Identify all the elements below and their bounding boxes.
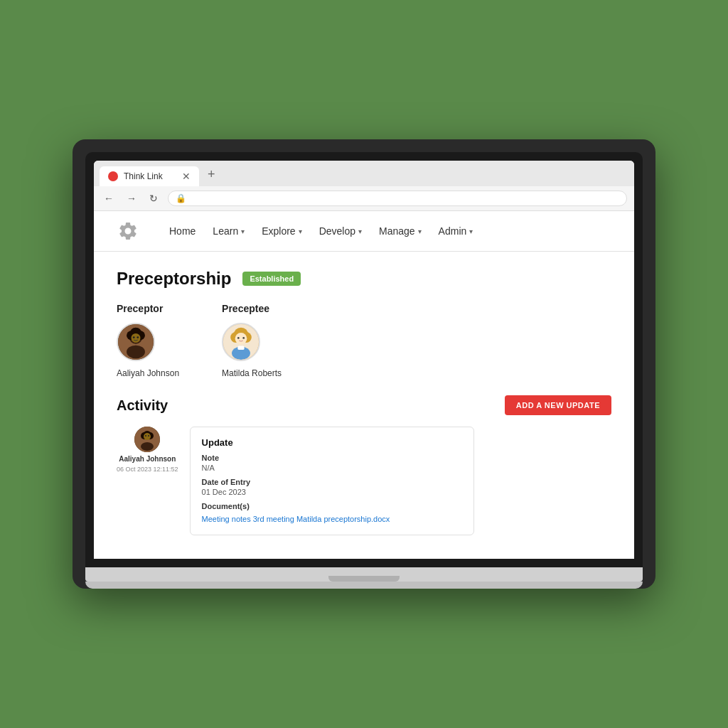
svg-point-7 [132, 333, 141, 343]
preceptee-avatar-art [223, 323, 259, 361]
svg-point-14 [235, 333, 247, 345]
gear-icon [117, 220, 139, 242]
svg-rect-18 [237, 346, 244, 350]
new-tab-button[interactable]: + [202, 167, 221, 186]
svg-point-16 [242, 337, 245, 339]
svg-point-23 [144, 433, 151, 440]
app-navbar: Home Learn ▾ Explore ▾ Develop ▾ [94, 211, 634, 252]
date-value: 01 Dec 2023 [202, 488, 462, 496]
note-label: Note [202, 454, 462, 462]
nav-link-home[interactable]: Home [169, 225, 196, 237]
activity-card: Update Note N/A Date of Entry 01 Dec 202… [190, 427, 474, 535]
preceptee-avatar [222, 323, 260, 361]
address-input[interactable] [168, 191, 627, 206]
nav-link-learn[interactable]: Learn ▾ [213, 225, 245, 237]
activity-sidebar: Aaliyah Johnson 06 Oct 2023 12:11:52 [117, 427, 178, 535]
activity-avatar-art [134, 427, 160, 452]
page-title: Preceptorship [117, 269, 231, 289]
svg-point-26 [141, 442, 154, 451]
nav-link-explore[interactable]: Explore ▾ [262, 225, 301, 237]
preceptee-name: Matilda Roberts [222, 368, 282, 378]
screen-bezel: Think Link ✕ + ← → ↻ [85, 152, 643, 567]
svg-point-24 [145, 435, 146, 437]
activity-title: Activity [117, 397, 168, 414]
status-badge: Established [242, 272, 301, 286]
svg-point-8 [133, 336, 135, 338]
back-button[interactable]: ← [101, 191, 117, 205]
laptop-frame: Think Link ✕ + ← → ↻ [73, 139, 655, 589]
activity-header: Activity ADD A NEW UPDATE [117, 395, 611, 415]
date-label: Date of Entry [202, 478, 462, 486]
main-content: Preceptorship Established Preceptor [94, 252, 634, 552]
nav-links: Home Learn ▾ Explore ▾ Develop ▾ [169, 225, 473, 237]
develop-chevron: ▾ [358, 228, 362, 235]
preceptor-avatar [117, 323, 155, 361]
laptop-bottom [85, 582, 643, 589]
nav-link-develop[interactable]: Develop ▾ [319, 225, 362, 237]
admin-chevron: ▾ [469, 228, 473, 235]
preceptor-label: Preceptor [117, 303, 179, 314]
documents-label: Document(s) [202, 502, 462, 510]
activity-user-avatar [134, 427, 160, 452]
preceptee-label: Preceptee [222, 303, 282, 314]
persons-section: Preceptor [117, 303, 611, 378]
activity-timestamp: 06 Oct 2023 12:11:52 [117, 466, 178, 473]
laptop-base [85, 567, 643, 582]
preceptor-avatar-art [118, 323, 154, 361]
svg-point-2 [127, 346, 145, 359]
tab-favicon [108, 171, 118, 181]
preceptee-group: Preceptee [222, 303, 282, 378]
preceptor-group: Preceptor [117, 303, 179, 378]
app-logo [115, 218, 141, 244]
note-value: N/A [202, 464, 462, 472]
svg-point-25 [148, 435, 149, 437]
svg-point-9 [136, 336, 139, 338]
browser-window: Think Link ✕ + ← → ↻ [94, 161, 634, 559]
browser-tabs: Think Link ✕ + [94, 161, 634, 186]
nav-link-admin[interactable]: Admin ▾ [439, 225, 473, 237]
nav-link-manage[interactable]: Manage ▾ [379, 225, 422, 237]
learn-chevron: ▾ [241, 228, 245, 235]
add-update-button[interactable]: ADD A NEW UPDATE [505, 395, 611, 415]
manage-chevron: ▾ [418, 228, 422, 235]
forward-button[interactable]: → [124, 191, 139, 205]
browser-tab-active[interactable]: Think Link ✕ [100, 166, 199, 186]
explore-chevron: ▾ [299, 228, 302, 235]
tab-title: Think Link [124, 171, 163, 181]
svg-point-15 [237, 337, 240, 339]
address-bar: ← → ↻ [94, 186, 634, 211]
document-link[interactable]: Meeting notes 3rd meeting Matilda precep… [202, 515, 390, 523]
card-update-label: Update [202, 437, 462, 448]
activity-list: Aaliyah Johnson 06 Oct 2023 12:11:52 Upd… [117, 427, 611, 535]
tab-close-button[interactable]: ✕ [182, 171, 191, 182]
refresh-button[interactable]: ↻ [146, 191, 161, 205]
preceptor-name: Aaliyah Johnson [117, 368, 179, 378]
activity-user-name: Aaliyah Johnson [119, 455, 176, 463]
page-header: Preceptorship Established [117, 269, 611, 289]
